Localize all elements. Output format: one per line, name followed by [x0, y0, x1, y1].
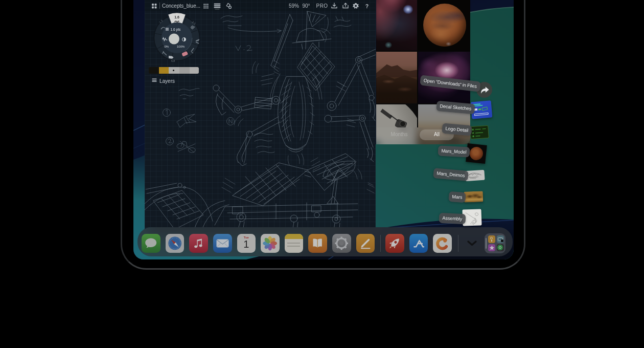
svg-text:6.8: 6.8	[171, 59, 175, 62]
svg-text:0%: 0%	[165, 45, 169, 48]
svg-text:1.6: 1.6	[174, 15, 179, 19]
svg-text:1.6 pts: 1.6 pts	[171, 28, 181, 32]
svg-text:100%: 100%	[177, 45, 185, 48]
